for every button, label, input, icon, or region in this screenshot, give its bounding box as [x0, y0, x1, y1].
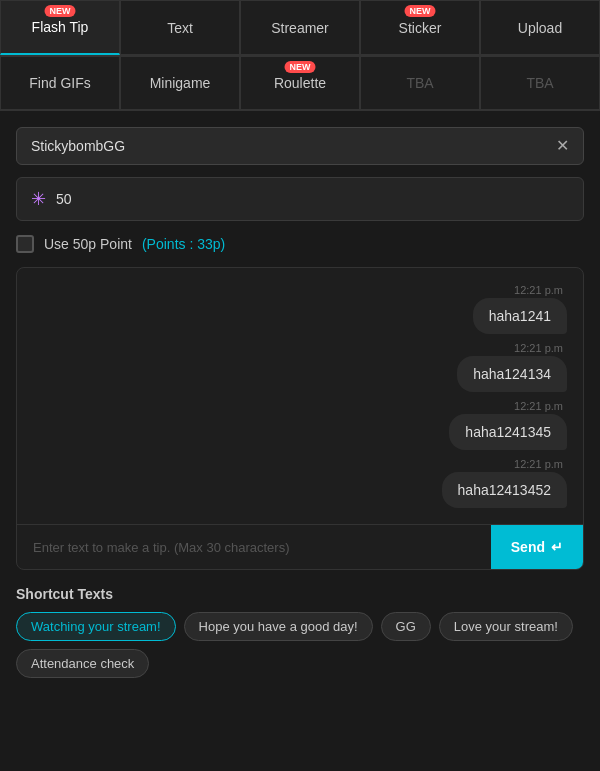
- chat-text-input[interactable]: [17, 525, 491, 569]
- tab-flash-tip[interactable]: NEW Flash Tip: [0, 0, 120, 55]
- tab-tba-1-label: TBA: [406, 75, 433, 91]
- chat-bubble-4: haha12413452: [442, 472, 567, 508]
- tab-text-label: Text: [167, 20, 193, 36]
- tab-find-gifs-label: Find GIFs: [29, 75, 90, 91]
- tab-sticker[interactable]: NEW Sticker: [360, 0, 480, 55]
- tab-flash-tip-label: Flash Tip: [32, 19, 89, 35]
- chat-area: 12:21 p.m haha1241 12:21 p.m haha124134 …: [16, 267, 584, 570]
- chat-bubble-3: haha1241345: [449, 414, 567, 450]
- shortcut-tag-gg[interactable]: GG: [381, 612, 431, 641]
- table-row: 12:21 p.m haha12413452: [33, 458, 567, 508]
- chat-input-row: Send ↵: [17, 524, 583, 569]
- table-row: 12:21 p.m haha124134: [33, 342, 567, 392]
- shortcut-tags: Watching your stream! Hope you have a go…: [16, 612, 584, 678]
- shortcut-title: Shortcut Texts: [16, 586, 584, 602]
- main-content: ✕ ✳ Use 50p Point (Points : 33p) 12:21 p…: [0, 111, 600, 586]
- tab-tba-1: TBA: [360, 56, 480, 110]
- tab-find-gifs[interactable]: Find GIFs: [0, 56, 120, 110]
- chat-time-1: 12:21 p.m: [514, 284, 563, 296]
- tab-minigame[interactable]: Minigame: [120, 56, 240, 110]
- tab-upload[interactable]: Upload: [480, 0, 600, 55]
- send-button[interactable]: Send ↵: [491, 525, 583, 569]
- streamer-input-wrapper: ✕: [16, 127, 584, 165]
- shortcut-tag-hope[interactable]: Hope you have a good day!: [184, 612, 373, 641]
- badge-new-roulette: NEW: [285, 61, 316, 73]
- tab-row-1: NEW Flash Tip Text Streamer NEW Sticker …: [0, 0, 600, 56]
- tab-roulette-label: Roulette: [274, 75, 326, 91]
- chat-time-2: 12:21 p.m: [514, 342, 563, 354]
- send-label: Send: [511, 539, 545, 555]
- badge-new-sticker: NEW: [405, 5, 436, 17]
- tab-upload-label: Upload: [518, 20, 562, 36]
- chat-messages: 12:21 p.m haha1241 12:21 p.m haha124134 …: [17, 268, 583, 524]
- tab-row-2: Find GIFs Minigame NEW Roulette TBA TBA: [0, 56, 600, 111]
- send-icon: ↵: [551, 539, 563, 555]
- tab-roulette[interactable]: NEW Roulette: [240, 56, 360, 110]
- use-point-label: Use 50p Point: [44, 236, 132, 252]
- chat-bubble-2: haha124134: [457, 356, 567, 392]
- use-point-checkbox[interactable]: [16, 235, 34, 253]
- streamer-input[interactable]: [31, 138, 556, 154]
- shortcut-tag-love[interactable]: Love your stream!: [439, 612, 573, 641]
- clear-button[interactable]: ✕: [556, 138, 569, 154]
- shortcut-tag-watching[interactable]: Watching your stream!: [16, 612, 176, 641]
- chat-bubble-1: haha1241: [473, 298, 567, 334]
- tab-sticker-label: Sticker: [399, 20, 442, 36]
- chat-time-4: 12:21 p.m: [514, 458, 563, 470]
- tab-tba-2-label: TBA: [526, 75, 553, 91]
- tab-text[interactable]: Text: [120, 0, 240, 55]
- star-icon: ✳: [31, 188, 46, 210]
- tab-streamer-label: Streamer: [271, 20, 329, 36]
- use-point-row: Use 50p Point (Points : 33p): [16, 233, 584, 255]
- points-input[interactable]: [56, 191, 116, 207]
- badge-new-flash-tip: NEW: [45, 5, 76, 17]
- table-row: 12:21 p.m haha1241: [33, 284, 567, 334]
- points-row: ✳: [16, 177, 584, 221]
- shortcut-section: Shortcut Texts Watching your stream! Hop…: [0, 586, 600, 694]
- chat-time-3: 12:21 p.m: [514, 400, 563, 412]
- use-point-points: (Points : 33p): [142, 236, 225, 252]
- tab-streamer[interactable]: Streamer: [240, 0, 360, 55]
- tab-tba-2: TBA: [480, 56, 600, 110]
- shortcut-tag-attendance[interactable]: Attendance check: [16, 649, 149, 678]
- table-row: 12:21 p.m haha1241345: [33, 400, 567, 450]
- tab-minigame-label: Minigame: [150, 75, 211, 91]
